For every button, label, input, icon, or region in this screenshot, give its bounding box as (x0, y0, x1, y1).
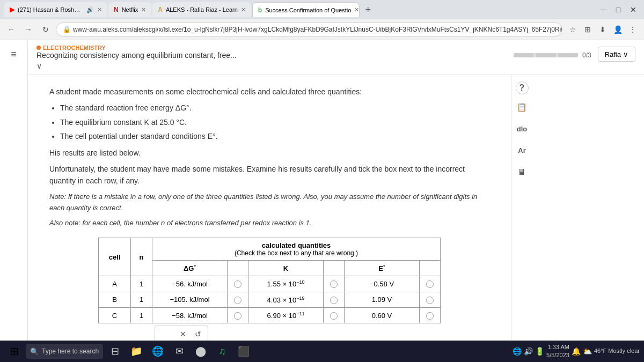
restore-button[interactable]: □ (612, 3, 625, 16)
calculator-icon[interactable]: 🖩 (514, 163, 531, 180)
chevron-down-icon: ∨ (623, 50, 628, 58)
taskbar-search[interactable]: 🔍 Type here to search (26, 344, 103, 359)
time-date[interactable]: 1:33 AM 5/5/2023 (546, 343, 569, 360)
tab-label-success: Success Confirmation of Questio (265, 7, 351, 13)
bullet-k: The equilibrium constant K at 25.0 °C. (60, 116, 489, 128)
search-icon: 🔍 (30, 348, 39, 356)
table-row: B 1 −105. kJ/mol 4.03 × 10−19 1.09 V (99, 292, 441, 307)
volume-icon[interactable]: 🔊 (524, 347, 533, 356)
right-sidebar: ? 📋 dlo Ar 🖩 (511, 75, 532, 362)
circle-icon[interactable]: ⬤ (191, 342, 210, 361)
download-icon[interactable]: ⬇ (596, 23, 610, 36)
forward-button[interactable]: → (21, 23, 35, 36)
music-pin[interactable]: ♫ (213, 342, 232, 361)
settings-icon[interactable]: ⋮ (626, 23, 640, 36)
data-table: cell n calculated quantities (Check the … (98, 238, 441, 345)
date-display: 5/5/2023 (546, 351, 569, 359)
taskview-button[interactable]: ⊟ (105, 342, 125, 361)
page-wrapper: ELECTROCHEMISTRY Recognizing consistency… (28, 40, 644, 362)
main-split: A student made measurements on some elec… (28, 75, 644, 362)
back-button[interactable]: ← (4, 23, 18, 36)
weather-icon[interactable]: ⛅ (583, 347, 592, 356)
x-button[interactable]: ✕ (180, 330, 186, 338)
file-explorer-pin[interactable]: 📁 (127, 342, 146, 361)
question-bullets: The standard reaction free energy ΔG°. T… (60, 102, 489, 142)
star-icon[interactable]: ☆ (566, 23, 580, 36)
cell-a-dg-radio[interactable] (228, 276, 248, 292)
hamburger-menu[interactable]: ≡ (4, 45, 24, 64)
progress-seg-2 (536, 53, 555, 57)
user-button[interactable]: Rafia ∨ (598, 47, 635, 62)
col-header-dg: ΔG° (152, 261, 228, 276)
cell-b-k: 4.03 × 10−19 (248, 292, 324, 307)
minimize-button[interactable]: ─ (597, 3, 610, 16)
refresh-button[interactable]: ↻ (39, 23, 53, 36)
notifications-icon[interactable]: 🔔 (572, 347, 581, 356)
start-button[interactable]: ⊞ (4, 342, 24, 361)
cell-a-label: A (99, 276, 131, 292)
app-pin[interactable]: ⬛ (234, 342, 253, 361)
tab-close-success[interactable]: ✕ (354, 6, 359, 13)
edge-pin[interactable]: 🌐 (148, 342, 167, 361)
bullet-dg: The standard reaction free energy ΔG°. (60, 102, 489, 114)
question-content: A student made measurements on some elec… (28, 75, 511, 362)
cell-b-e: 1.09 V (345, 292, 420, 307)
header-title: Recognizing consistency among equilibriu… (36, 51, 237, 60)
browser-chrome: ▶ (271) Hassan & Roshaan - S... 🔊 ✕ N Ne… (0, 0, 644, 40)
tab-favicon-netflix: N (114, 6, 119, 13)
cell-a-n: 1 (131, 276, 152, 292)
cell-a-e-radio[interactable] (420, 276, 441, 292)
tab-close-aleks[interactable]: ✕ (241, 6, 246, 13)
tab-mute-youtube[interactable]: 🔊 (86, 6, 94, 13)
note1-text: Note: If there is a mistake in a row, on… (49, 191, 489, 214)
tab-label-netflix: Netflix (122, 6, 138, 13)
undo-button[interactable]: ↺ (195, 330, 201, 338)
cell-a-e: −0.58 V (345, 276, 420, 292)
network-icon[interactable]: 🌐 (513, 347, 522, 356)
chevron-down-icon[interactable]: ∨ (36, 62, 237, 70)
notes-icon[interactable]: 📋 (514, 99, 531, 116)
question-intro: A student made measurements on some elec… (49, 86, 489, 98)
table-row: C 1 −58. kJ/mol 6.90 × 10−11 0.60 V (99, 308, 441, 323)
cell-c-k-radio[interactable] (324, 308, 345, 323)
header-progress: 0/3 (514, 51, 591, 59)
address-bar[interactable]: 🔒 www-awu.aleks.com/alekscgi/x/lsl.exe/1… (56, 23, 562, 36)
chart-icon[interactable]: dlo (514, 120, 531, 137)
tab-favicon-youtube: ▶ (10, 6, 14, 13)
header-subject: ELECTROCHEMISTRY (36, 45, 237, 51)
tab-favicon-aleks: A (158, 6, 163, 13)
cell-b-k-radio[interactable] (324, 292, 345, 307)
periodic-table-icon[interactable]: Ar (514, 142, 531, 159)
cell-c-dg-radio[interactable] (228, 308, 248, 323)
taskbar-right: 🌐 🔊 🔋 1:33 AM 5/5/2023 🔔 ⛅ 46°F Mostly c… (513, 343, 640, 360)
progress-bar (514, 53, 578, 57)
cell-a-k: 1.55 × 10−10 (248, 276, 324, 292)
cell-a-k-radio[interactable] (324, 276, 345, 292)
search-placeholder: Type here to search (42, 348, 99, 355)
cell-b-dg: −105. kJ/mol (152, 292, 228, 307)
help-icon[interactable]: ? (516, 82, 529, 94)
col-e-radio (420, 261, 441, 276)
time-display: 1:33 AM (546, 343, 569, 351)
cell-c-e-radio[interactable] (420, 308, 441, 323)
cell-b-dg-radio[interactable] (228, 292, 248, 307)
col-k-radio (324, 261, 345, 276)
tab-close-netflix[interactable]: ✕ (141, 6, 146, 13)
cell-b-e-radio[interactable] (420, 292, 441, 307)
tab-label-youtube: (271) Hassan & Roshaan - S... (18, 6, 82, 13)
tab-success[interactable]: b Success Confirmation of Questio ✕ (252, 2, 360, 17)
tab-netflix[interactable]: N Netflix ✕ (108, 2, 151, 17)
tab-aleks[interactable]: A ALEKS - Rafia Riaz - Learn ✕ (152, 2, 251, 17)
tab-bar: ▶ (271) Hassan & Roshaan - S... 🔊 ✕ N Ne… (0, 0, 644, 19)
col-header-k: K (248, 261, 324, 276)
extensions-icon[interactable]: ⊞ (581, 23, 595, 36)
new-tab-button[interactable]: + (361, 2, 376, 17)
col-dg-radio (228, 261, 248, 276)
tab-youtube[interactable]: ▶ (271) Hassan & Roshaan - S... 🔊 ✕ (4, 2, 107, 17)
mail-pin[interactable]: ✉ (170, 342, 189, 361)
battery-icon[interactable]: 🔋 (535, 347, 544, 356)
url-text: www-awu.aleks.com/alekscgi/x/lsl.exe/1o_… (73, 26, 562, 33)
tab-close-youtube[interactable]: ✕ (97, 6, 102, 13)
close-button[interactable]: ✕ (627, 3, 640, 16)
profile-icon[interactable]: 👤 (611, 23, 625, 36)
